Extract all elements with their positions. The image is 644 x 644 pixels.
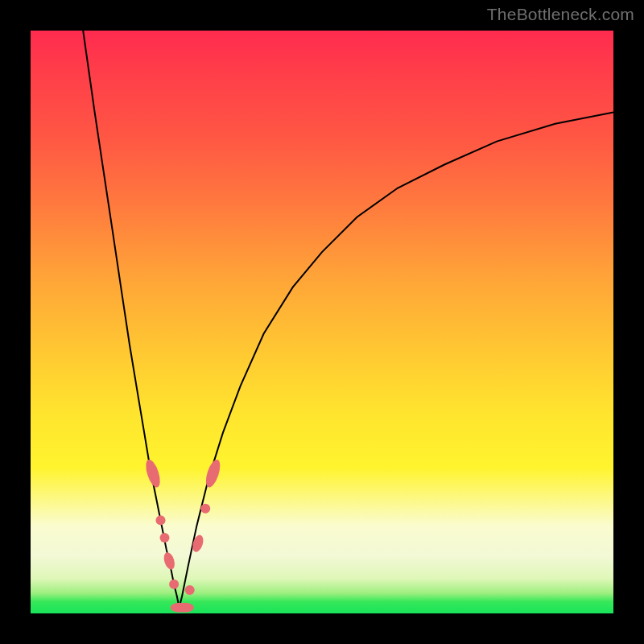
marker-point: [143, 458, 163, 489]
plot-area: [31, 31, 613, 613]
marker-point: [200, 504, 210, 514]
marker-point: [162, 551, 176, 571]
watermark-text: TheBottleneck.com: [487, 5, 634, 24]
outer-frame: TheBottleneck.com: [0, 0, 644, 644]
marker-point: [176, 603, 194, 613]
marker-point: [156, 515, 166, 525]
right-branch-curve: [180, 112, 613, 607]
marker-point: [203, 458, 222, 489]
chart-svg: [31, 31, 613, 613]
marker-point: [160, 533, 170, 543]
marker-point: [185, 585, 195, 595]
marker-point: [169, 580, 179, 589]
